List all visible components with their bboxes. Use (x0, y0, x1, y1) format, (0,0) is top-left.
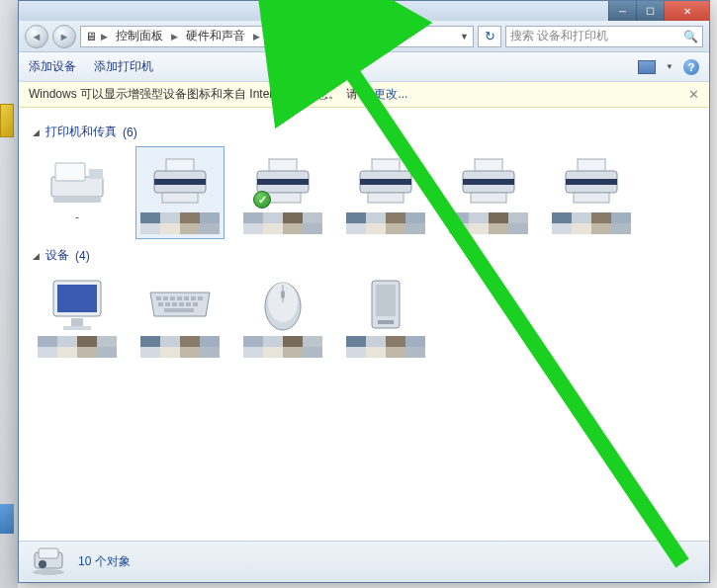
fax-item[interactable]: - (33, 146, 122, 239)
printer-icon (453, 151, 524, 210)
svg-rect-39 (186, 302, 191, 306)
add-printer-button[interactable]: 添加打印机 (94, 58, 153, 75)
info-change-link[interactable]: 行更改... (362, 86, 407, 103)
svg-rect-18 (463, 179, 514, 185)
svg-rect-32 (184, 296, 189, 300)
explorer-window: ─ ☐ ✕ ◄ ► 🖥 ▶ 控制面板 ▶ 硬件和声音 ▶ 设备和打印机 ▼ ↻ … (18, 0, 710, 583)
item-label-redacted (140, 336, 220, 358)
collapse-icon: ◢ (33, 127, 40, 137)
search-input[interactable]: 搜索 设备和打印机 🔍 (505, 26, 703, 47)
collapse-icon: ◢ (33, 251, 40, 261)
item-label-redacted (346, 336, 425, 358)
side-tab-blue (0, 504, 14, 534)
view-options-button[interactable] (638, 60, 656, 74)
item-label-redacted (38, 336, 117, 358)
refresh-button[interactable]: ↻ (478, 26, 501, 47)
mouse-item[interactable] (238, 270, 327, 363)
breadcrumb[interactable]: 🖥 ▶ 控制面板 ▶ 硬件和声音 ▶ 设备和打印机 ▼ (80, 26, 474, 47)
info-close-button[interactable]: ✕ (688, 87, 699, 102)
svg-rect-34 (198, 296, 203, 300)
svg-rect-27 (63, 326, 91, 330)
chevron-right-icon: ▶ (251, 32, 262, 42)
svg-rect-26 (71, 318, 83, 326)
chevron-down-icon[interactable]: ▼ (666, 62, 673, 71)
svg-rect-28 (156, 296, 161, 300)
svg-rect-41 (164, 308, 194, 312)
svg-rect-33 (191, 296, 196, 300)
printer-icon (556, 151, 627, 210)
svg-rect-7 (162, 193, 198, 203)
content-area: ◢ 打印机和传真 (6) -✓ ◢ 设备 (4) (19, 108, 709, 533)
chevron-right-icon: ▶ (99, 32, 110, 42)
item-label: - (75, 210, 79, 222)
monitor-icon (42, 275, 113, 334)
crumb-hardware-sound[interactable]: 硬件和声音 (182, 28, 249, 44)
svg-rect-10 (257, 179, 309, 185)
info-bar: Windows 可以显示增强型设备图标和来自 Internet 的信息。 请 行… (19, 82, 709, 108)
search-placeholder: 搜索 设备和打印机 (510, 28, 608, 44)
printer-item[interactable] (135, 146, 224, 239)
item-label-redacted (552, 212, 631, 234)
computer-icon: 🖥 (85, 30, 97, 43)
chevron-down-icon[interactable]: ▼ (460, 32, 469, 42)
crumb-control-panel[interactable]: 控制面板 (112, 28, 167, 44)
titlebar: ─ ☐ ✕ (19, 1, 709, 21)
status-bar: 10 个对象 (19, 541, 709, 582)
item-label-redacted (449, 212, 528, 234)
status-icon (29, 545, 68, 580)
item-label-redacted (346, 212, 425, 234)
maximize-button[interactable]: ☐ (636, 1, 664, 21)
svg-rect-47 (376, 285, 396, 316)
nav-bar: ◄ ► 🖥 ▶ 控制面板 ▶ 硬件和声音 ▶ 设备和打印机 ▼ ↻ 搜索 设备和… (19, 21, 709, 52)
svg-rect-37 (172, 302, 177, 306)
svg-rect-48 (378, 320, 394, 324)
svg-rect-36 (165, 302, 170, 306)
item-label-redacted (243, 212, 322, 234)
printer-icon: ✓ (247, 151, 318, 210)
svg-rect-51 (39, 548, 58, 558)
svg-rect-25 (57, 285, 97, 312)
background-strip (0, 0, 18, 588)
group-count: (4) (75, 249, 90, 263)
group-header-printers[interactable]: ◢ 打印机和传真 (6) (33, 124, 695, 140)
forward-button[interactable]: ► (52, 25, 76, 48)
svg-rect-19 (471, 193, 506, 203)
svg-rect-35 (158, 302, 163, 306)
svg-rect-45 (281, 291, 285, 298)
svg-point-49 (33, 569, 64, 575)
keyboard-item[interactable] (135, 270, 224, 363)
side-tab-yellow (0, 104, 14, 137)
close-button[interactable]: ✕ (664, 1, 709, 21)
svg-rect-31 (177, 296, 182, 300)
minimize-button[interactable]: ─ (608, 1, 636, 21)
item-label-redacted (243, 336, 322, 358)
printer-item[interactable]: ✓ (238, 146, 327, 239)
svg-rect-38 (179, 302, 184, 306)
keyboard-icon (144, 275, 216, 334)
svg-rect-22 (566, 179, 617, 185)
svg-rect-1 (55, 163, 85, 181)
info-text: Windows 可以显示增强型设备图标和来自 Internet 的信息。 (29, 86, 340, 103)
crumb-devices-printers[interactable]: 设备和打印机 (264, 28, 343, 44)
mouse-icon (247, 275, 318, 334)
printer-item[interactable] (547, 146, 636, 239)
group-header-devices[interactable]: ◢ 设备 (4) (33, 247, 695, 264)
monitor-item[interactable] (33, 270, 122, 363)
svg-rect-6 (154, 179, 206, 185)
printer-item[interactable] (444, 146, 533, 239)
svg-rect-29 (163, 296, 168, 300)
svg-point-52 (39, 560, 46, 568)
help-button[interactable]: ? (683, 59, 699, 75)
printers-items: -✓ (33, 146, 695, 239)
item-label-redacted (140, 212, 220, 234)
back-button[interactable]: ◄ (25, 25, 48, 48)
printer-item[interactable] (341, 146, 430, 239)
drive-item[interactable] (341, 270, 430, 363)
add-device-button[interactable]: 添加设备 (29, 58, 76, 75)
window-controls: ─ ☐ ✕ (608, 1, 709, 21)
svg-rect-23 (574, 193, 609, 203)
devices-items (33, 270, 695, 363)
svg-rect-30 (170, 296, 175, 300)
svg-rect-3 (53, 197, 101, 203)
chevron-right-icon: ▶ (169, 32, 180, 42)
